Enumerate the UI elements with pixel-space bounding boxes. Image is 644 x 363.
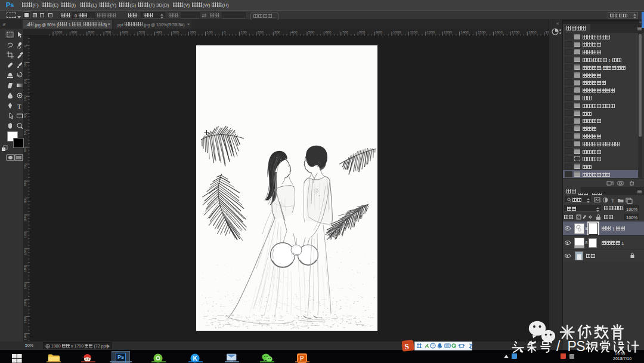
svg-text:1000: 1000 [393, 30, 401, 34]
svg-text:1700: 1700 [24, 333, 27, 340]
svg-text:1000: 1000 [24, 214, 27, 222]
svg-text:200: 200 [258, 30, 264, 34]
svg-text:600: 600 [122, 30, 129, 34]
svg-text:1200: 1200 [24, 248, 27, 256]
svg-text:1500: 1500 [478, 30, 486, 34]
svg-text:500: 500 [139, 30, 145, 34]
svg-text:900: 900 [376, 30, 383, 34]
svg-text:1100: 1100 [410, 30, 418, 34]
svg-text:1600: 1600 [494, 30, 503, 34]
svg-text:S: S [576, 340, 585, 354]
svg-text:T: T [17, 103, 21, 110]
svg-text:1400: 1400 [24, 282, 27, 290]
svg-text:T: T [611, 198, 615, 204]
svg-text:300: 300 [173, 30, 179, 34]
svg-text:400: 400 [292, 30, 298, 34]
svg-text:1800: 1800 [528, 30, 537, 34]
svg-text:800: 800 [24, 180, 27, 186]
svg-text:500: 500 [308, 30, 315, 34]
svg-text:500: 500 [24, 130, 27, 135]
svg-text:1600: 1600 [24, 316, 27, 323]
svg-text:P: P [568, 340, 577, 354]
svg-text:700: 700 [24, 164, 27, 169]
svg-text:100: 100 [24, 61, 27, 67]
svg-text:700: 700 [342, 30, 349, 34]
svg-text:900: 900 [71, 30, 78, 34]
svg-text:900: 900 [24, 198, 27, 203]
svg-text:1300: 1300 [24, 265, 27, 272]
svg-text:800: 800 [88, 30, 95, 34]
svg-text:200: 200 [190, 30, 196, 34]
svg-text:200: 200 [24, 79, 27, 84]
svg-text:600: 600 [24, 146, 27, 152]
svg-text:100: 100 [240, 30, 247, 34]
svg-text:1100: 1100 [24, 231, 27, 238]
svg-text:300: 300 [24, 96, 27, 101]
svg-text:300: 300 [274, 30, 281, 34]
svg-text:100: 100 [207, 30, 213, 34]
svg-text:600: 600 [325, 30, 332, 34]
svg-text:1500: 1500 [24, 299, 27, 306]
svg-text:1400: 1400 [461, 30, 469, 34]
svg-text:1000: 1000 [54, 30, 63, 34]
svg-text:1300: 1300 [444, 30, 452, 34]
svg-text:0: 0 [224, 30, 226, 34]
svg-text:1700: 1700 [512, 30, 520, 34]
svg-text:1200: 1200 [427, 30, 435, 34]
svg-text:0: 0 [24, 45, 27, 47]
svg-text:800: 800 [359, 30, 366, 34]
svg-text:700: 700 [105, 30, 112, 34]
svg-text:400: 400 [156, 30, 162, 34]
svg-text:/: / [556, 340, 561, 354]
svg-text:400: 400 [24, 113, 27, 118]
